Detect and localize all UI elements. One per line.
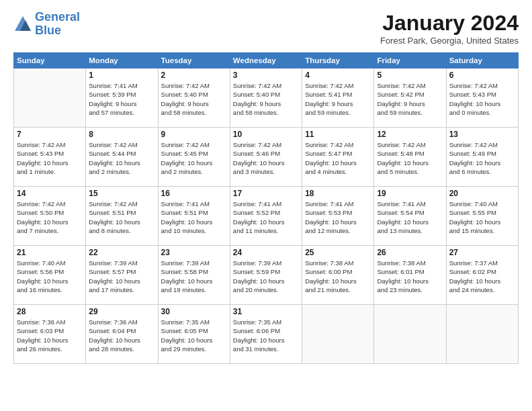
day-number: 14 xyxy=(17,189,83,198)
col-monday: Monday xyxy=(86,53,158,68)
day-number: 25 xyxy=(305,248,371,257)
calendar-cell: 17Sunrise: 7:41 AM Sunset: 5:52 PM Dayli… xyxy=(230,187,302,246)
day-number: 24 xyxy=(233,248,299,257)
day-info: Sunrise: 7:37 AM Sunset: 6:02 PM Dayligh… xyxy=(449,259,515,294)
day-number: 18 xyxy=(305,189,371,198)
day-number: 21 xyxy=(17,248,83,257)
calendar-week-3: 21Sunrise: 7:40 AM Sunset: 5:56 PM Dayli… xyxy=(14,246,519,305)
page: General Blue January 2024 Forest Park, G… xyxy=(0,0,532,411)
logo-icon xyxy=(13,15,32,34)
day-info: Sunrise: 7:36 AM Sunset: 6:03 PM Dayligh… xyxy=(17,318,83,353)
day-info: Sunrise: 7:39 AM Sunset: 5:57 PM Dayligh… xyxy=(89,259,154,294)
calendar-cell: 29Sunrise: 7:36 AM Sunset: 6:04 PM Dayli… xyxy=(86,305,158,364)
day-number: 10 xyxy=(233,130,299,139)
day-number: 4 xyxy=(305,71,371,80)
calendar-cell: 27Sunrise: 7:37 AM Sunset: 6:02 PM Dayli… xyxy=(446,246,518,305)
day-number: 9 xyxy=(161,130,227,139)
calendar-cell: 13Sunrise: 7:42 AM Sunset: 5:49 PM Dayli… xyxy=(446,128,518,187)
day-info: Sunrise: 7:38 AM Sunset: 6:01 PM Dayligh… xyxy=(377,259,443,294)
title-block: January 2024 Forest Park, Georgia, Unite… xyxy=(380,11,519,46)
col-friday: Friday xyxy=(374,53,446,68)
day-number: 13 xyxy=(449,130,515,139)
calendar-cell: 18Sunrise: 7:41 AM Sunset: 5:53 PM Dayli… xyxy=(302,187,374,246)
day-number: 5 xyxy=(377,71,443,80)
header: General Blue January 2024 Forest Park, G… xyxy=(13,11,519,46)
day-number: 28 xyxy=(17,307,83,316)
calendar-cell: 15Sunrise: 7:42 AM Sunset: 5:51 PM Dayli… xyxy=(86,187,158,246)
day-info: Sunrise: 7:42 AM Sunset: 5:40 PM Dayligh… xyxy=(161,81,227,117)
calendar-cell xyxy=(14,68,86,128)
day-info: Sunrise: 7:42 AM Sunset: 5:45 PM Dayligh… xyxy=(161,140,227,176)
day-number: 22 xyxy=(89,248,154,257)
day-info: Sunrise: 7:35 AM Sunset: 6:05 PM Dayligh… xyxy=(161,318,227,353)
day-info: Sunrise: 7:39 AM Sunset: 5:59 PM Dayligh… xyxy=(233,259,299,294)
day-info: Sunrise: 7:40 AM Sunset: 5:56 PM Dayligh… xyxy=(17,259,83,294)
calendar-cell: 14Sunrise: 7:42 AM Sunset: 5:50 PM Dayli… xyxy=(14,187,86,246)
month-title: January 2024 xyxy=(380,11,519,36)
calendar-cell xyxy=(302,305,374,364)
calendar-cell: 9Sunrise: 7:42 AM Sunset: 5:45 PM Daylig… xyxy=(158,128,230,187)
calendar-cell: 4Sunrise: 7:42 AM Sunset: 5:41 PM Daylig… xyxy=(302,68,374,128)
day-info: Sunrise: 7:41 AM Sunset: 5:51 PM Dayligh… xyxy=(161,199,227,235)
calendar-cell: 22Sunrise: 7:39 AM Sunset: 5:57 PM Dayli… xyxy=(86,246,158,305)
day-number: 30 xyxy=(161,307,227,316)
day-number: 8 xyxy=(89,130,154,139)
day-info: Sunrise: 7:41 AM Sunset: 5:53 PM Dayligh… xyxy=(305,199,371,235)
calendar-cell: 31Sunrise: 7:35 AM Sunset: 6:06 PM Dayli… xyxy=(230,305,302,364)
day-number: 15 xyxy=(89,189,154,198)
day-number: 17 xyxy=(233,189,299,198)
day-number: 20 xyxy=(449,189,515,198)
day-number: 19 xyxy=(377,189,443,198)
logo-line1: General xyxy=(35,10,80,24)
day-number: 1 xyxy=(89,71,154,80)
calendar-cell: 2Sunrise: 7:42 AM Sunset: 5:40 PM Daylig… xyxy=(158,68,230,128)
day-number: 11 xyxy=(305,130,371,139)
day-info: Sunrise: 7:36 AM Sunset: 6:04 PM Dayligh… xyxy=(89,318,154,353)
day-info: Sunrise: 7:42 AM Sunset: 5:42 PM Dayligh… xyxy=(377,81,443,117)
day-info: Sunrise: 7:42 AM Sunset: 5:50 PM Dayligh… xyxy=(17,199,83,235)
day-info: Sunrise: 7:41 AM Sunset: 5:39 PM Dayligh… xyxy=(89,81,154,117)
calendar-cell: 8Sunrise: 7:42 AM Sunset: 5:44 PM Daylig… xyxy=(86,128,158,187)
calendar-cell: 23Sunrise: 7:39 AM Sunset: 5:58 PM Dayli… xyxy=(158,246,230,305)
location: Forest Park, Georgia, United States xyxy=(380,36,519,46)
day-info: Sunrise: 7:42 AM Sunset: 5:46 PM Dayligh… xyxy=(233,140,299,176)
day-number: 6 xyxy=(449,71,515,80)
col-sunday: Sunday xyxy=(14,53,86,68)
calendar-cell: 11Sunrise: 7:42 AM Sunset: 5:47 PM Dayli… xyxy=(302,128,374,187)
day-info: Sunrise: 7:42 AM Sunset: 5:40 PM Dayligh… xyxy=(233,81,299,117)
col-tuesday: Tuesday xyxy=(158,53,230,68)
calendar-cell: 25Sunrise: 7:38 AM Sunset: 6:00 PM Dayli… xyxy=(302,246,374,305)
day-number: 23 xyxy=(161,248,227,257)
col-wednesday: Wednesday xyxy=(230,53,302,68)
calendar-cell: 1Sunrise: 7:41 AM Sunset: 5:39 PM Daylig… xyxy=(86,68,158,128)
col-thursday: Thursday xyxy=(302,53,374,68)
calendar-cell: 21Sunrise: 7:40 AM Sunset: 5:56 PM Dayli… xyxy=(14,246,86,305)
logo-line2: Blue xyxy=(35,24,61,37)
day-number: 27 xyxy=(449,248,515,257)
day-info: Sunrise: 7:42 AM Sunset: 5:47 PM Dayligh… xyxy=(305,140,371,176)
calendar-cell: 30Sunrise: 7:35 AM Sunset: 6:05 PM Dayli… xyxy=(158,305,230,364)
day-info: Sunrise: 7:40 AM Sunset: 5:55 PM Dayligh… xyxy=(449,199,515,235)
calendar: Sunday Monday Tuesday Wednesday Thursday… xyxy=(13,52,519,364)
calendar-cell: 19Sunrise: 7:41 AM Sunset: 5:54 PM Dayli… xyxy=(374,187,446,246)
day-number: 16 xyxy=(161,189,227,198)
calendar-cell: 28Sunrise: 7:36 AM Sunset: 6:03 PM Dayli… xyxy=(14,305,86,364)
calendar-cell: 3Sunrise: 7:42 AM Sunset: 5:40 PM Daylig… xyxy=(230,68,302,128)
header-row: Sunday Monday Tuesday Wednesday Thursday… xyxy=(14,53,519,68)
day-info: Sunrise: 7:42 AM Sunset: 5:51 PM Dayligh… xyxy=(89,199,154,235)
day-info: Sunrise: 7:42 AM Sunset: 5:49 PM Dayligh… xyxy=(449,140,515,176)
logo-text: General Blue xyxy=(35,11,80,38)
calendar-week-0: 1Sunrise: 7:41 AM Sunset: 5:39 PM Daylig… xyxy=(14,68,519,128)
calendar-week-2: 14Sunrise: 7:42 AM Sunset: 5:50 PM Dayli… xyxy=(14,187,519,246)
day-info: Sunrise: 7:41 AM Sunset: 5:52 PM Dayligh… xyxy=(233,199,299,235)
day-number: 3 xyxy=(233,71,299,80)
day-info: Sunrise: 7:42 AM Sunset: 5:43 PM Dayligh… xyxy=(449,81,515,117)
logo: General Blue xyxy=(13,11,80,38)
calendar-cell: 20Sunrise: 7:40 AM Sunset: 5:55 PM Dayli… xyxy=(446,187,518,246)
day-info: Sunrise: 7:42 AM Sunset: 5:43 PM Dayligh… xyxy=(17,140,83,176)
calendar-cell: 24Sunrise: 7:39 AM Sunset: 5:59 PM Dayli… xyxy=(230,246,302,305)
calendar-cell: 6Sunrise: 7:42 AM Sunset: 5:43 PM Daylig… xyxy=(446,68,518,128)
calendar-cell: 16Sunrise: 7:41 AM Sunset: 5:51 PM Dayli… xyxy=(158,187,230,246)
day-info: Sunrise: 7:42 AM Sunset: 5:41 PM Dayligh… xyxy=(305,81,371,117)
calendar-cell: 5Sunrise: 7:42 AM Sunset: 5:42 PM Daylig… xyxy=(374,68,446,128)
